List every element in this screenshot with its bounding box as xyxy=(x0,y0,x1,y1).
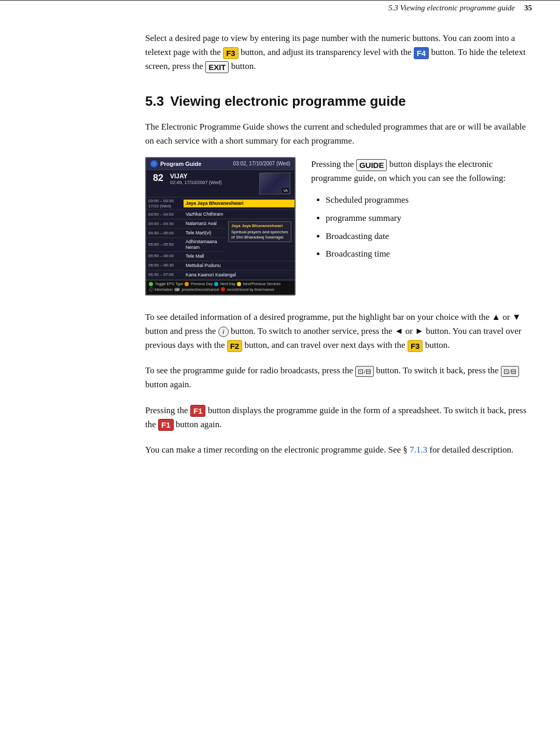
epg-thumbnail: VA xyxy=(259,173,290,194)
main-content: Select a desired page to view by enterin… xyxy=(0,31,560,457)
bullet-list: Scheduled programmes programme summary B… xyxy=(311,192,532,262)
page-header: 5.3 Viewing electronic programme guide 3… xyxy=(0,0,560,16)
epg-dot-teal xyxy=(214,282,218,286)
epg-prog-left-col: 04:00 – 04:30 Nalamariz Aval 04:30 – 05:… xyxy=(146,219,225,252)
f3-button-key: F3 xyxy=(223,47,239,59)
epg-titlebar: Program Guide 03:02, 17/10/2007 (Wed) xyxy=(146,158,295,170)
epg-dot-red xyxy=(221,287,225,291)
epg-footer-label-5: Information xyxy=(155,288,173,291)
epg-thumb-label: VA xyxy=(282,188,289,193)
epg-popup-title: Jaya Jaya Bhuvaneshwari xyxy=(231,223,288,229)
epg-footer-row-1: Toggle EPG Type Previous Day Next Day Ne… xyxy=(149,282,292,286)
header-section-text: 5.3 Viewing electronic programme guide xyxy=(388,4,515,12)
info-button-key: i xyxy=(218,327,229,337)
epg-prog-with-popup: 04:00 – 04:30 Nalamariz Aval 04:30 – 05:… xyxy=(146,219,295,252)
section-title: Viewing electronic programme guide xyxy=(170,93,406,109)
epg-prog-title-1: Vazhkai Chithiram xyxy=(184,210,295,218)
epg-prog-row-7[interactable]: 06:30 – 07:00 Kana Kaanuri Kaalangal xyxy=(146,271,295,280)
intro-text-2: button, and adjust its transparency leve… xyxy=(239,47,414,57)
epg-prog-time-7: 06:30 – 07:00 xyxy=(146,271,184,278)
epg-footer: Toggle EPG Type Previous Day Next Day Ne… xyxy=(146,280,295,294)
epg-prog-time-0: 03:00 – 03:5017/10 (Wed) xyxy=(146,198,184,209)
epg-footer-label-6: preselect/record/cancel xyxy=(181,288,219,291)
f4-button-key: F4 xyxy=(414,47,429,59)
body-para-2-text: To see the programme guide for radio bro… xyxy=(145,363,532,391)
epg-prog-time-4: 05:00 – 05:50 xyxy=(146,241,184,248)
epg-info-popup: Jaya Jaya Bhuvaneshwari Spiritual prayer… xyxy=(226,220,293,243)
exit-button-key: EXIT xyxy=(205,61,229,73)
bullet-item-3: Broadcasting date xyxy=(326,229,532,245)
epg-footer-label-2: Previous Day xyxy=(191,282,213,286)
bullet-item-2: programme summary xyxy=(326,210,532,227)
header-page-num: 35 xyxy=(524,4,532,12)
bullets-intro: Pressing the GUIDE button displays the e… xyxy=(311,157,532,185)
epg-channel-time: 02:49, 17/10/2007 (Wed) xyxy=(170,180,259,185)
f2-button-key: F2 xyxy=(227,340,243,352)
epg-prog-title-6: Mettukal Pudunu xyxy=(184,262,295,270)
epg-prog-row-5[interactable]: 05:50 – 06:00 Tele Mall xyxy=(146,252,295,261)
epg-dot-orange xyxy=(185,282,189,286)
epg-prog-time-3: 04:30 – 05:00 xyxy=(146,230,184,237)
epg-prog-title-5: Tele Mall xyxy=(184,252,295,260)
body-para-4-text: You can make a timer recording on the el… xyxy=(145,443,532,457)
epg-footer-row-2: ⓘ Information ok preselect/record/cancel… xyxy=(149,287,292,292)
body-para-1-text: To see detailed information of a desired… xyxy=(145,310,532,353)
epg-program-list: 03:00 – 03:5017/10 (Wed) Jaya Jaya Bhuva… xyxy=(146,198,295,280)
epg-prog-title-0: Jaya Jaya Bhuvaneshwari xyxy=(184,200,295,207)
epg-footer-ok-key: ok xyxy=(174,288,180,291)
epg-footer-info-icon: ⓘ xyxy=(149,287,153,292)
epg-footer-label-4: Next/Previous Services xyxy=(243,282,281,286)
section-link[interactable]: 7.1.3 xyxy=(410,445,427,455)
body-para-2: To see the programme guide for radio bro… xyxy=(145,363,532,391)
epg-prog-title-2: Nalamariz Aval xyxy=(184,220,225,228)
epg-channel-details: VIJAY 02:49, 17/10/2007 (Wed) xyxy=(170,173,259,185)
intro-text-4: button. xyxy=(229,61,256,71)
radio-button-key-1: ⊡/⊟ xyxy=(355,366,374,377)
bullet-item-1: Scheduled programmes xyxy=(326,192,532,208)
bullet-item-4: Broadcasting time xyxy=(326,246,532,262)
f1-button-key-1: F1 xyxy=(190,405,206,417)
epg-prog-row-4[interactable]: 05:00 – 05:50 Adhirstamaana Neram xyxy=(146,238,225,252)
epg-channel-name: VIJAY xyxy=(170,173,259,180)
page-container: 5.3 Viewing electronic programme guide 3… xyxy=(0,0,560,746)
epg-prog-title-4: Adhirstamaana Neram xyxy=(184,238,225,251)
epg-prog-time-6: 06:00 – 06:30 xyxy=(146,262,184,269)
epg-row: Program Guide 03:02, 17/10/2007 (Wed) 82… xyxy=(145,157,532,295)
epg-prog-time-2: 04:00 – 04:30 xyxy=(146,220,184,228)
epg-dot-yellow xyxy=(237,282,241,286)
epg-footer-label-3: Next Day xyxy=(220,282,235,286)
f3-button-key-2: F3 xyxy=(408,340,423,352)
epg-prog-time-1: 03:50 – 04:00 xyxy=(146,211,184,218)
epg-channel-number: 82 xyxy=(150,173,166,184)
epg-footer-label-7: record/record by timer/cancel xyxy=(227,288,274,291)
body-para-3-text: Pressing the F1 button displays the prog… xyxy=(145,403,532,431)
epg-popup-desc: Spiritual prayers and speeches of Shri B… xyxy=(231,230,288,241)
f1-button-key-2: F1 xyxy=(158,419,174,431)
epg-screenshot: Program Guide 03:02, 17/10/2007 (Wed) 82… xyxy=(145,157,296,295)
epg-title-text: Program Guide xyxy=(160,161,201,167)
epg-dot-green xyxy=(149,282,153,286)
epg-footer-label-1: Toggle EPG Type xyxy=(155,282,183,286)
epg-bullets-section: Pressing the GUIDE button displays the e… xyxy=(311,157,532,264)
epg-prog-title-3: Tele Mart(vi) xyxy=(184,229,225,237)
epg-date-text: 03:02, 17/10/2007 (Wed) xyxy=(233,161,290,166)
epg-prog-row-1[interactable]: 03:50 – 04:00 Vazhkai Chithiram xyxy=(146,210,295,219)
body-para-4: You can make a timer recording on the el… xyxy=(145,443,532,457)
epg-prog-row-6[interactable]: 06:00 – 06:30 Mettukal Pudunu xyxy=(146,261,295,271)
epg-globe-icon xyxy=(150,160,158,167)
section-heading: 5.3Viewing electronic programme guide xyxy=(145,93,532,109)
section-description: The Electronic Programme Guide shows the… xyxy=(145,120,532,148)
body-para-3: Pressing the F1 button displays the prog… xyxy=(145,403,532,431)
epg-prog-row-highlighted[interactable]: 03:00 – 03:5017/10 (Wed) Jaya Jaya Bhuva… xyxy=(146,198,295,210)
epg-prog-title-7: Kana Kaanuri Kaalangal xyxy=(184,271,295,279)
intro-paragraph: Select a desired page to view by enterin… xyxy=(145,31,532,74)
epg-prog-row-3[interactable]: 04:30 – 05:00 Tele Mart(vi) xyxy=(146,229,225,238)
guide-button-key: GUIDE xyxy=(356,159,387,171)
epg-prog-time-5: 05:50 – 06:00 xyxy=(146,252,184,260)
epg-title-left: Program Guide xyxy=(150,160,201,167)
epg-prog-row-2[interactable]: 04:00 – 04:30 Nalamariz Aval xyxy=(146,219,225,229)
section-number: 5.3 xyxy=(145,93,164,109)
epg-channel-info: 82 VIJAY 02:49, 17/10/2007 (Wed) VA xyxy=(146,170,295,198)
body-para-1: To see detailed information of a desired… xyxy=(145,310,532,353)
radio-button-key-2: ⊡/⊟ xyxy=(501,366,520,377)
